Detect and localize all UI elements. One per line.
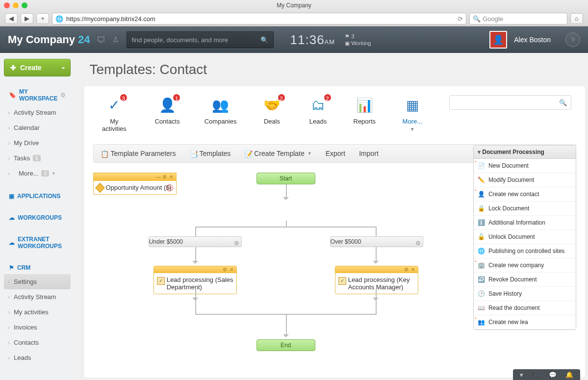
tab-my-activities[interactable]: ✓3My activities [98,95,130,132]
gear-icon[interactable]: ⚙ [234,238,239,248]
star-icon: * [475,188,477,193]
close-icon[interactable]: ✕ [169,175,174,179]
nav-item-my-activities[interactable]: My activities [4,304,71,320]
gear-icon[interactable]: ⚙ [162,175,167,179]
url-bar[interactable]: 🌐 https://mycompany.bitrix24.com ⟳ [52,13,466,25]
nav-item-contacts[interactable]: Contacts [4,335,71,350]
wf-branch-right[interactable]: Over $5000 ⚙ [330,236,423,247]
nav-heading-workgroups[interactable]: ☁ WORKGROUPS [4,211,71,224]
rp-item-modify-document[interactable]: ✏️Modify Document [474,173,576,187]
nav-heading-crm[interactable]: ⚑ CRM [4,261,71,274]
gear-icon[interactable]: ⚙ [60,92,66,99]
star-icon: * [475,259,477,264]
nav-heading-applications[interactable]: ▣ APPLICATIONS [4,190,71,203]
wf-proc-head: ⚙ ✕ [154,266,236,273]
nav-item-activity-stream[interactable]: Activity Stream [4,105,71,120]
nav-item-my-drive[interactable]: My Drive [4,135,71,151]
global-search[interactable]: find people, documents, and more 🔍 [127,31,274,48]
tab-search[interactable]: 🔍 [449,95,571,110]
chat-icon[interactable]: 💬 [549,371,557,379]
back-button[interactable]: ◀ [5,13,18,24]
browser-search[interactable]: 🔍 Google [469,13,567,25]
nav-heading-my-workspace[interactable]: 🔖 MY WORKSPACE⚙ [4,85,71,105]
tab-companies[interactable]: 👥Companies [205,95,237,125]
badge: 3 [119,93,128,102]
action-create-template[interactable]: 📝Create Template ▼ [244,150,311,157]
action-label: Export [326,150,345,157]
minimize-icon[interactable]: — [155,175,160,179]
rp-item-create-new-contact[interactable]: *👤Create new contact [474,187,576,202]
tab-label: Leads [309,118,327,125]
close-window-icon[interactable] [4,2,10,8]
brand[interactable]: My Company 24 [8,33,90,46]
gear-icon[interactable]: ⚙ [223,267,228,272]
arrow-down-icon [283,197,289,203]
browser-search-placeholder: Google [483,15,503,23]
phone-icon[interactable]: 📞 [532,371,540,379]
action-icon: 📝 [244,150,251,157]
wf-start[interactable]: Start [256,173,315,184]
wf-end[interactable]: End [256,339,315,351]
tab-label: My activities [102,118,127,132]
gear-icon[interactable]: ⚙ [404,267,409,272]
action-import[interactable]: Import [359,150,379,157]
rp-item-additional-information[interactable]: ℹ️Additional Information [474,216,576,230]
rp-item-lock-document[interactable]: 🔒Lock Document [474,202,576,216]
tab-label: Deals [264,118,280,125]
nav-item-tasks[interactable]: Tasks5 [4,151,71,166]
forward-button[interactable]: ▶ [21,13,33,24]
chevron-down-icon[interactable]: ▾ [520,371,523,379]
tab-icon: 📊 [354,95,375,115]
titlebar: My Company [0,0,588,11]
status-block[interactable]: ⚑ 3 ▣ Working [345,33,371,47]
monitor-icon[interactable] [97,36,105,44]
tab-reports[interactable]: 📊Reports [354,95,376,125]
panel-heading[interactable]: Document Processing [474,146,576,159]
browser-chrome: My Company ◀ ▶ + 🌐 https://mycompany.bit… [0,0,588,26]
nav-item-more-[interactable]: More...3 ▾ [4,166,71,181]
tab-deals[interactable]: 🤝2Deals [261,95,283,125]
wf-decision[interactable]: — ⚙ ✕ Opportunity Amount ($) + [93,173,177,195]
close-icon[interactable]: ✕ [411,267,416,272]
tab-leads[interactable]: 🗂2Leads [307,95,329,125]
globe-icon: 🌐 [55,15,63,23]
nav-item-activity-stream[interactable]: Activity Stream [4,289,71,304]
avatar[interactable]: 👤 [489,31,507,49]
nav-item-leads[interactable]: Leads [4,350,71,365]
bookmarks-button[interactable]: ⌂ [570,13,583,24]
close-icon[interactable]: ✕ [230,267,234,272]
tab-more-[interactable]: ▦More... ▼ [400,95,425,132]
gear-icon[interactable]: ⚙ [415,238,421,248]
nav-item-calendar[interactable]: Calendar [4,120,71,135]
rp-item-unlock-document[interactable]: 🔓Unlock Document [474,230,576,244]
zoom-window-icon[interactable] [22,2,27,8]
nav-item-invoices[interactable]: Invoices [4,320,71,335]
username[interactable]: Alex Boston [514,36,551,44]
action-template-parameters[interactable]: 📋Template Parameters [101,150,176,157]
create-button[interactable]: ✚ Create [4,59,71,76]
nav-heading-extranet-workgroups[interactable]: ☁ EXTRANET WORKGROUPS [4,233,71,253]
minimize-window-icon[interactable] [13,2,19,8]
help-button[interactable]: ? [565,32,580,47]
rp-item-publishing-on-controlled-sites[interactable]: 🌐Publishing on controlled sites [474,244,576,258]
nav-item-settings[interactable]: Settings [4,274,71,289]
reload-icon[interactable]: ⟳ [458,15,463,23]
action-templates[interactable]: 📑Templates [190,150,231,157]
rp-item-label: Additional Information [488,219,545,226]
rp-item-create-new-company[interactable]: *🏢Create new company [474,258,576,273]
action-export[interactable]: Export [326,150,345,157]
wf-proc-right[interactable]: ⚙ ✕ Lead processing (Key Accounts Manage… [335,266,418,294]
notification-icon[interactable]: 🔔 [565,371,573,379]
add-bookmark-button[interactable]: + [36,13,49,24]
rp-item-new-document[interactable]: *📄New Document [474,159,576,173]
tab-contacts[interactable]: 👤1Contacts [154,95,179,125]
rp-item-read-the-document[interactable]: 📖Read the document [474,301,576,315]
rp-item-label: Publishing on controlled sites [488,248,564,254]
rp-item-create-new-lea[interactable]: *👥Create new lea [474,315,576,329]
bell-icon[interactable] [112,36,120,44]
wf-branch-left[interactable]: Under $5000 ⚙ [149,236,242,247]
rp-item-revoke-document[interactable]: ↩️Revoke Document [474,273,576,287]
add-branch-icon[interactable]: + [166,184,173,191]
rp-item-save-history[interactable]: 🕒Save History [474,287,576,301]
global-search-placeholder: find people, documents, and more [132,36,229,44]
